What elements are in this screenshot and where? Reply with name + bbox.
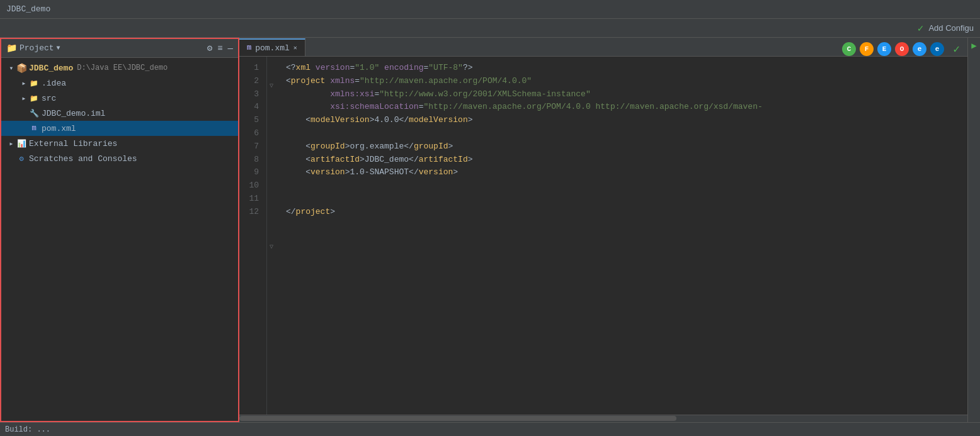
tree-label-pom: pom.xml	[42, 124, 76, 133]
firefox-icon[interactable]: F	[860, 42, 874, 56]
minimize-icon[interactable]: —	[228, 43, 233, 53]
filter-icon[interactable]: ≡	[217, 43, 222, 53]
module-icon: 📦	[16, 63, 26, 73]
status-bar: Build: ...	[0, 422, 980, 436]
fold-btn-2[interactable]: ▽	[267, 78, 276, 94]
sidebar-icon-group: ⚙ ≡ —	[207, 43, 233, 53]
tree-item-ext-libs[interactable]: 📊 External Libraries	[1, 136, 238, 151]
horizontal-scrollbar[interactable]	[239, 415, 967, 422]
tree-path-jdbc-demo: D:\Java EE\JDBC_demo	[77, 64, 168, 72]
tab-bar: m pom.xml ✕ C F E O e e ✓	[239, 38, 967, 57]
checkmark-icon: ✓	[953, 42, 960, 56]
line-num-7: 7	[244, 140, 259, 154]
tree-item-iml[interactable]: 🔧 JDBC_demo.iml	[1, 106, 238, 121]
pom-file-icon: m	[29, 123, 39, 133]
main-layout: 📁 Project ▼ ⚙ ≡ — 📦 JDBC_demo D:\Java EE…	[0, 38, 980, 422]
sidebar-header: 📁 Project ▼ ⚙ ≡ —	[1, 39, 238, 58]
code-editor[interactable]: <?xml version="1.0" encoding="UTF-8"?> <…	[276, 57, 967, 415]
project-title: Project	[20, 43, 54, 53]
line-num-5: 5	[244, 114, 259, 127]
status-text: Build: ...	[5, 425, 50, 434]
opera-icon[interactable]: O	[895, 42, 909, 56]
line-num-10: 10	[244, 179, 259, 193]
folder-idea-icon: 📁	[29, 78, 39, 88]
folder-src-icon: 📁	[29, 93, 39, 103]
tree-item-scratches[interactable]: ⚙ Scratches and Consoles	[1, 151, 238, 166]
settings-icon[interactable]: ⚙	[207, 43, 212, 53]
arrow-idea	[19, 78, 29, 88]
editor-area: m pom.xml ✕ C F E O e e ✓	[239, 38, 967, 422]
iml-file-icon: 🔧	[29, 108, 39, 118]
ie2-icon[interactable]: e	[930, 42, 944, 56]
line-num-2: 2	[244, 75, 259, 88]
run-icon: ✓	[918, 22, 924, 35]
tree-label-scratches: Scratches and Consoles	[29, 154, 137, 164]
tree-label-idea: .idea	[42, 79, 66, 88]
line-numbers: 1 2 3 4 5 6 7 8 9 10 11 12	[239, 57, 267, 415]
line-num-4: 4	[244, 101, 259, 114]
tree-label-src: src	[42, 94, 56, 103]
tab-pom-close[interactable]: ✕	[293, 44, 297, 52]
scratches-icon: ⚙	[16, 154, 26, 164]
title-bar: JDBC_demo	[0, 0, 980, 19]
line-num-9: 9	[244, 166, 259, 179]
fold-btn-12[interactable]: ▽	[267, 238, 276, 255]
sidebar-header-left[interactable]: 📁 Project ▼	[6, 43, 60, 53]
tree-label-jdbc-demo: JDBC_demo	[29, 64, 73, 73]
top-toolbar: ✓ Add Configu	[0, 19, 980, 38]
sidebar: 📁 Project ▼ ⚙ ≡ — 📦 JDBC_demo D:\Java EE…	[0, 38, 239, 422]
libraries-icon: 📊	[16, 138, 26, 148]
folder-icon: 📁	[6, 43, 17, 53]
add-config-button[interactable]: Add Configu	[928, 23, 974, 33]
tree-item-idea[interactable]: 📁 .idea	[1, 75, 238, 91]
scrollbar-thumb[interactable]	[239, 416, 676, 421]
edge-icon[interactable]: E	[877, 42, 891, 56]
line-num-3: 3	[244, 88, 259, 101]
arrow-src	[19, 93, 29, 103]
tree-label-ext-libs: External Libraries	[29, 139, 117, 148]
app-title: JDBC_demo	[6, 4, 50, 14]
arrow-jdbc-demo	[6, 63, 16, 73]
tree-item-pom[interactable]: m pom.xml	[1, 121, 238, 136]
line-num-1: 1	[244, 62, 259, 75]
tab-pom-label: pom.xml	[255, 43, 290, 53]
line-num-11: 11	[244, 193, 259, 206]
line-num-12: 12	[244, 206, 259, 219]
right-run-icon[interactable]: ▶	[971, 40, 976, 51]
scrollbar-track	[239, 416, 967, 421]
editor-content[interactable]: 1 2 3 4 5 6 7 8 9 10 11 12 ▽ ▽	[239, 57, 967, 415]
tree-item-jdbc-demo[interactable]: 📦 JDBC_demo D:\Java EE\JDBC_demo	[1, 60, 238, 75]
project-tree: 📦 JDBC_demo D:\Java EE\JDBC_demo 📁 .idea…	[1, 58, 238, 421]
line-num-6: 6	[244, 127, 259, 140]
tree-item-src[interactable]: 📁 src	[1, 91, 238, 106]
tree-label-iml: JDBC_demo.iml	[42, 109, 105, 118]
arrow-ext-libs	[6, 138, 16, 148]
tab-pom[interactable]: m pom.xml ✕	[239, 38, 305, 56]
chevron-down-icon: ▼	[57, 45, 60, 52]
fold-gutter: ▽ ▽	[267, 57, 276, 415]
chrome-icon[interactable]: C	[842, 42, 856, 56]
tab-pom-icon: m	[247, 43, 251, 52]
ie-icon[interactable]: e	[913, 42, 926, 56]
line-num-8: 8	[244, 154, 259, 167]
right-toolbar: ▶	[967, 38, 980, 422]
